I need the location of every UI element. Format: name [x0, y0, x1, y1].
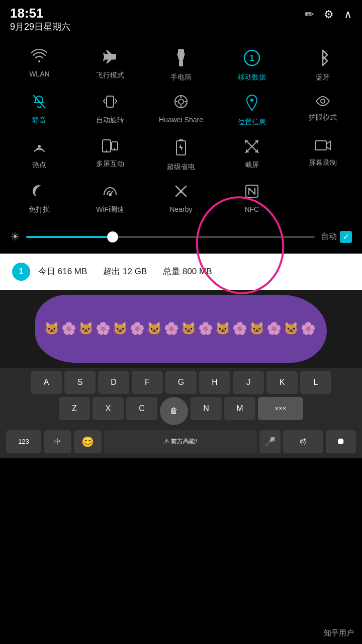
qs-super-save[interactable]: 超级省电 — [151, 135, 211, 176]
over-usage: 超出 12 GB — [103, 266, 147, 277]
nearby-icon — [173, 184, 189, 202]
svg-point-9 — [321, 99, 325, 103]
qs-screenshot[interactable]: 截屏 — [222, 135, 282, 176]
qs-wlan[interactable]: WLAN — [9, 45, 69, 86]
key-j[interactable]: J — [233, 371, 264, 394]
qs-row-1: WLAN 飞行模式 手电筒 — [4, 45, 358, 86]
qs-wifi-test[interactable]: WiFi测速 — [80, 180, 140, 218]
qs-rotation[interactable]: 自动旋转 — [80, 90, 140, 131]
key-l[interactable]: L — [300, 371, 331, 394]
edit-icon[interactable]: ✏ — [305, 8, 314, 21]
image-preview — [0, 290, 362, 368]
key-x[interactable]: X — [93, 397, 124, 420]
qs-huawei-share[interactable]: Huawei Share — [151, 90, 211, 131]
key-h[interactable]: H — [199, 371, 230, 394]
brightness-row: ☀ 自动 ✓ — [0, 226, 362, 252]
key-d[interactable]: D — [98, 371, 129, 394]
key-m[interactable]: M — [224, 397, 255, 420]
key-warning[interactable]: ⚠ 前方高能! — [104, 430, 257, 453]
quick-settings-panel: WLAN 飞行模式 手电筒 — [0, 37, 362, 226]
svg-rect-17 — [315, 141, 326, 150]
silent-icon — [32, 94, 46, 113]
qs-row-4: 免打扰 WiFi测速 — [4, 180, 358, 218]
key-s[interactable]: S — [64, 371, 96, 394]
key-special[interactable]: 特 — [283, 430, 323, 453]
qs-multiscreen[interactable]: 多屏互动 — [80, 135, 140, 176]
screen-record-icon — [314, 139, 331, 155]
delete-key[interactable]: ××× — [258, 397, 303, 420]
watermark: 知乎用户 — [324, 628, 354, 638]
qs-dnd-label: 免打扰 — [29, 205, 50, 214]
qs-huawei-share-label: Huawei Share — [159, 116, 203, 124]
qs-screen-record[interactable]: 屏幕录制 — [293, 135, 353, 176]
trash-key[interactable]: 🗑 — [160, 397, 188, 425]
qs-airplane-label: 飞行模式 — [96, 71, 124, 80]
mobile-data-icon: 1 — [243, 49, 260, 70]
svg-rect-5 — [107, 96, 114, 107]
data-usage-card[interactable]: 1 今日 616 MB 超出 12 GB 总量 800 MB — [0, 254, 362, 290]
qs-location[interactable]: 位置信息 — [222, 90, 282, 131]
qs-empty — [293, 180, 353, 218]
qs-bluetooth[interactable]: 蓝牙 — [293, 45, 353, 86]
key-k[interactable]: K — [266, 371, 298, 394]
cat-image — [35, 295, 327, 363]
qs-bluetooth-label: 蓝牙 — [316, 73, 330, 82]
key-n[interactable]: N — [191, 397, 222, 420]
total-usage: 总量 800 MB — [163, 266, 212, 277]
brightness-auto: 自动 ✓ — [321, 231, 352, 243]
empty-icon — [315, 184, 331, 200]
speedtest-icon — [102, 184, 118, 202]
key-camera[interactable]: ⏺ — [326, 430, 356, 453]
kb-row-1: A S D F G H J K L — [2, 371, 360, 394]
qs-nfc[interactable]: NFC — [222, 180, 282, 218]
key-c[interactable]: C — [126, 397, 157, 420]
svg-point-10 — [38, 145, 41, 148]
wifi-icon — [31, 49, 47, 67]
key-a[interactable]: A — [31, 371, 62, 394]
key-z[interactable]: Z — [59, 397, 90, 420]
auto-label: 自动 — [321, 231, 337, 242]
location-icon — [245, 94, 258, 115]
status-date: 9月29日星期六 — [10, 21, 70, 33]
brightness-thumb — [107, 231, 118, 243]
qs-eye-care-label: 护眼模式 — [309, 113, 337, 122]
bluetooth-icon — [317, 49, 328, 70]
brightness-checkbox[interactable]: ✓ — [340, 231, 352, 243]
qs-airplane[interactable]: 飞行模式 — [80, 45, 140, 86]
key-g[interactable]: G — [165, 371, 197, 394]
qs-screenshot-label: 截屏 — [245, 160, 259, 170]
status-bar: 18:51 9月29日星期六 ✏ ⚙ ∧ — [0, 0, 362, 37]
huawei-share-icon — [173, 94, 189, 113]
qs-mobile-data-label: 移动数据 — [238, 73, 266, 82]
key-123[interactable]: 123 — [6, 430, 41, 453]
svg-text:1: 1 — [249, 54, 254, 62]
qs-rotation-label: 自动旋转 — [96, 116, 124, 125]
status-time: 18:51 — [10, 6, 70, 21]
qs-wlan-label: WLAN — [29, 70, 49, 78]
svg-rect-0 — [178, 49, 184, 53]
brightness-track[interactable] — [26, 236, 315, 238]
eye-care-icon — [314, 94, 331, 110]
qs-eye-care[interactable]: 护眼模式 — [293, 90, 353, 131]
qs-wifi-test-label: WiFi测速 — [96, 205, 124, 214]
screenshot-icon — [244, 139, 259, 157]
collapse-icon[interactable]: ∧ — [344, 8, 352, 21]
svg-point-24 — [179, 190, 183, 193]
qs-flashlight[interactable]: 手电筒 — [151, 45, 211, 86]
qs-dnd[interactable]: 免打扰 — [9, 180, 69, 218]
qs-nearby[interactable]: Nearby — [151, 180, 211, 218]
settings-icon[interactable]: ⚙ — [324, 8, 334, 21]
qs-screen-record-label: 屏幕录制 — [309, 158, 337, 168]
key-mic[interactable]: 🎤 — [259, 430, 281, 453]
rotation-icon — [103, 94, 118, 113]
battery-icon — [175, 139, 187, 159]
key-chinese[interactable]: 中 — [44, 430, 71, 453]
today-usage: 今日 616 MB — [38, 266, 87, 277]
key-f[interactable]: F — [132, 371, 163, 394]
qs-silent[interactable]: 静音 — [9, 90, 69, 131]
qs-mobile-data[interactable]: 1 移动数据 — [222, 45, 282, 86]
key-emoji[interactable]: 😊 — [74, 430, 102, 453]
svg-point-7 — [178, 99, 184, 104]
svg-line-4 — [33, 95, 45, 108]
qs-hotspot[interactable]: 热点 — [9, 135, 69, 176]
